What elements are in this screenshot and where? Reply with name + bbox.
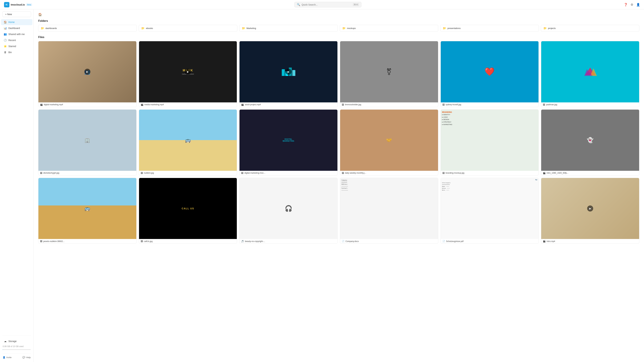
file-type-icon: 🖼	[141, 172, 143, 174]
file-info: 🎬 Intro.mp4	[541, 239, 639, 244]
sidebar-item-storage[interactable]: ☁ Storage	[1, 338, 32, 344]
file-type-icon: 🎬	[543, 240, 546, 243]
file-card[interactable]: TU Schulzeugnis═══════════Name: ────Datu…	[440, 178, 539, 244]
storage-bar	[3, 349, 31, 350]
file-thumbnail: 👥 ▶	[38, 41, 136, 102]
file-thumbnail: 🚌	[139, 110, 237, 171]
file-thumbnail: ❤️	[441, 41, 539, 102]
invite-icon: 👤	[3, 356, 5, 359]
file-type-icon: 🖼	[342, 172, 344, 174]
file-type-icon: 📄	[442, 240, 445, 243]
user-icon[interactable]: 👤	[636, 3, 640, 6]
file-info: 🖼 divinetechygirl.jpg	[38, 171, 136, 175]
file-info: 🖼 callUs.jpg	[139, 239, 237, 244]
file-type-icon: 🖼	[141, 240, 143, 243]
play-button[interactable]: ▶	[84, 69, 90, 75]
file-type-icon: 📄	[342, 240, 344, 243]
logo-area: IC Imocloud.io Beta	[4, 2, 32, 7]
file-card[interactable]: 🚌 🖼 pexels-nubikini-38602...	[38, 178, 136, 244]
file-card[interactable]: BRANDING▸ IDENTITY▸ LOGO▸ DESIGN▸ STRATE…	[440, 109, 539, 175]
bin-icon: 🗑	[4, 51, 7, 54]
file-name: pexels-nubikini-38602...	[43, 240, 64, 243]
file-name: divinetechygirl.jpg	[43, 172, 59, 174]
file-name: stock-project.mp4	[245, 103, 261, 106]
sidebar-item-dashboard[interactable]: 📊 Dashboard	[1, 25, 32, 31]
sidebar-item-bin[interactable]: 🗑 Bin	[1, 49, 32, 55]
folder-Marketing[interactable]: 📁 Marketing	[239, 25, 338, 32]
file-card[interactable]: CALL US 🖼 callUs.jpg	[139, 178, 237, 244]
file-card[interactable]: Company═══════Address:────────Contact:──…	[340, 178, 438, 244]
file-card[interactable]: 🛋 ▶ 🎬 Intro.mp4	[541, 178, 639, 244]
folders-grid: 📁 dashboards📁 ebooks📁 Marketing📁 mockups…	[38, 25, 639, 32]
file-name: branding-mockup.jpg	[446, 172, 464, 174]
file-name: media-marketing.mp4	[144, 103, 164, 106]
help-label: Help	[26, 356, 31, 359]
recent-icon: 🕐	[4, 39, 7, 42]
file-card[interactable]: ❤️ 🖼 sydney-troxell.jpg	[440, 41, 539, 107]
folder-mockups[interactable]: 📁 mockups	[340, 25, 438, 32]
sidebar-bottom: ☁ Storage 0.06 GB of 10 GB used	[0, 337, 33, 352]
file-card[interactable]: ▶ 🎬 stock-project.mp4	[239, 41, 338, 107]
file-card[interactable]: 🏢 🖼 divinetechygirl.jpg	[38, 109, 136, 175]
main-content: 🏠 Folders 📁 dashboards📁 ebooks📁 Marketin…	[34, 9, 644, 362]
folder-projects[interactable]: 📁 projects	[541, 25, 639, 32]
file-thumbnail: 🏢	[38, 110, 136, 171]
play-button[interactable]: ▶	[185, 69, 191, 75]
settings-icon[interactable]: ⚙	[630, 3, 633, 6]
search-input[interactable]	[302, 3, 351, 6]
folder-dashboards[interactable]: 📁 dashboards	[38, 25, 137, 32]
help-icon[interactable]: ❓	[624, 3, 628, 6]
file-name: daily-weekly-monthly.j...	[345, 172, 366, 174]
sidebar-label-shared: Shared with me	[8, 33, 25, 35]
file-thumbnail: TU Schulzeugnis═══════════Name: ────Datu…	[441, 178, 539, 239]
file-card[interactable]: 🚌 🖼 nubikini.jpg	[139, 109, 237, 175]
invite-button[interactable]: 👤 Invite	[3, 356, 12, 359]
file-thumbnail: BRANDING▸ IDENTITY▸ LOGO▸ DESIGN▸ STRATE…	[441, 110, 539, 171]
folder-presentations[interactable]: 📁 presentations	[440, 25, 539, 32]
folder-name: projects	[548, 27, 556, 29]
file-info: 🖼 pexels-nubikini-38602...	[38, 239, 136, 244]
sidebar-item-home[interactable]: 🏠 Home	[1, 19, 32, 25]
new-button[interactable]: + New	[2, 11, 31, 17]
file-card[interactable]: 🎧 🎵 beauty-no-copyright-...	[239, 178, 338, 244]
file-type-icon: 🎵	[241, 240, 244, 243]
file-info: 🎬 digital-marketing.mp4	[38, 102, 136, 107]
file-thumbnail: Company═══════Address:────────Contact:──…	[340, 178, 438, 239]
topbar-actions: ❓ ⚙ 👤	[624, 3, 640, 6]
file-card[interactable]: MARK marketing content ▶ 🎬 media-marketi…	[139, 41, 237, 107]
app-name: Imocloud.io	[11, 3, 25, 6]
search-bar[interactable]: 🔍 ⌘+K	[294, 2, 362, 7]
file-card[interactable]: 👻 🎬 intro_1080_1920_60fp...	[541, 109, 639, 175]
file-card[interactable]: DIGITALMARKETING 🖼 digital-marketing-moc…	[239, 109, 338, 175]
file-thumbnail: 👻	[541, 110, 639, 171]
file-name: sydney-troxell.jpg	[446, 103, 461, 106]
sidebar-item-starred[interactable]: ⭐ Starred	[1, 43, 32, 49]
play-button[interactable]: ▶	[286, 69, 292, 75]
sidebar: + New 🏠 Home📊 Dashboard👥 Shared with me🕐…	[0, 9, 34, 362]
search-icon: 🔍	[297, 3, 300, 6]
file-card[interactable]: 👥 ▶ 🎬 digital-marketing.mp4	[38, 41, 136, 107]
file-info: 🎬 intro_1080_1920_60fp...	[541, 171, 639, 175]
file-type-icon: 🖼	[40, 172, 42, 174]
file-card[interactable]: 🤝 🖼 daily-weekly-monthly.j...	[340, 109, 438, 175]
file-card[interactable]: 🖼 padrinan.jpg	[541, 41, 639, 107]
file-type-icon: 🎬	[543, 172, 546, 174]
sidebar-item-shared[interactable]: 👥 Shared with me	[1, 31, 32, 37]
sidebar-item-recent[interactable]: 🕐 Recent	[1, 37, 32, 43]
sidebar-label-home: Home	[8, 21, 14, 23]
logo-icon: IC	[4, 2, 10, 7]
file-info: 🖼 sydney-troxell.jpg	[441, 102, 539, 107]
file-thumbnail: 🛋 ▶	[541, 178, 639, 239]
folder-ebooks[interactable]: 📁 ebooks	[139, 25, 237, 32]
sidebar-label-dashboard: Dashboard	[8, 27, 20, 29]
home-breadcrumb-icon[interactable]: 🏠	[38, 13, 42, 16]
play-button[interactable]: ▶	[587, 205, 593, 212]
folder-name: mockups	[347, 27, 356, 29]
dashboard-icon: 📊	[4, 27, 7, 30]
topbar: IC Imocloud.io Beta 🔍 ⌘+K ❓ ⚙ 👤	[0, 0, 644, 9]
sidebar-nav: 🏠 Home📊 Dashboard👥 Shared with me🕐 Recen…	[0, 19, 33, 334]
folder-name: ebooks	[146, 27, 153, 29]
help-button[interactable]: 💬 Help	[22, 356, 31, 359]
file-thumbnail: DIGITALMARKETING	[240, 110, 338, 171]
file-card[interactable]: ⚧ 🖼 timmossholder.jpg	[340, 41, 438, 107]
